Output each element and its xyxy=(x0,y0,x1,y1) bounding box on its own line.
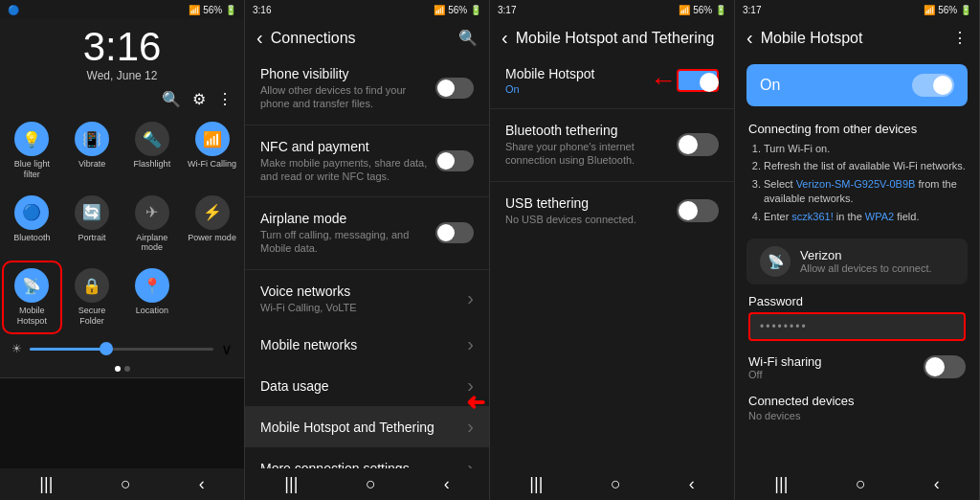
brightness-thumb[interactable] xyxy=(100,342,113,355)
mobile-hotspot-item[interactable]: Mobile Hotspot On xyxy=(490,57,734,104)
mobile-networks-item[interactable]: Mobile networks xyxy=(245,324,489,365)
bt-tethering-toggle[interactable] xyxy=(677,133,719,156)
voice-networks-item[interactable]: Voice networks Wi-Fi Calling, VoLTE xyxy=(245,274,489,324)
divider-2 xyxy=(245,196,489,197)
tile-blue-light[interactable]: 💡 Blue light filter xyxy=(4,116,60,186)
expand-icon[interactable]: ∨ xyxy=(221,340,233,358)
dot-1[interactable] xyxy=(115,366,121,372)
recent-btn-4[interactable]: ||| xyxy=(774,474,788,494)
tile-power-mode[interactable]: ⚡ Power mode xyxy=(184,190,240,260)
arrow-indicator-2: ➜ xyxy=(466,389,485,416)
search-icon[interactable]: 🔍 xyxy=(162,90,181,108)
home-btn[interactable]: ○ xyxy=(121,474,131,494)
phone-visibility-subtitle: Allow other devices to find your phone a… xyxy=(260,83,435,111)
airplane-item[interactable]: Airplane mode Turn off calling, messagin… xyxy=(245,201,489,265)
back-btn-nav-4[interactable]: ‹ xyxy=(934,474,940,494)
tile-wifi-calling[interactable]: 📶 Wi-Fi Calling xyxy=(184,116,240,186)
connected-devices-section: Connected devices No devices xyxy=(735,388,979,427)
hotspot-tethering-item[interactable]: Mobile Hotspot and Tethering xyxy=(245,406,489,447)
status-bar-1: 🔵 📶 56% 🔋 xyxy=(0,0,244,19)
password-label: Password xyxy=(748,294,966,308)
back-btn-nav-3[interactable]: ‹ xyxy=(689,474,695,494)
quick-settings-panel: 🔵 📶 56% 🔋 3:16 Wed, June 12 🔍 ⚙ ⋮ 💡 Blue… xyxy=(0,0,245,500)
more-icon[interactable]: ⋮ xyxy=(217,90,233,108)
connections-title: Connections xyxy=(271,30,451,47)
mobile-hotspot-icon: 📡 xyxy=(14,268,49,303)
wifi-sharing-text: Wi-Fi sharing Off xyxy=(748,354,924,380)
mobile-hotspot-panel: 3:17 📶 56% 🔋 ‹ Mobile Hotspot ⋮ On Conne… xyxy=(735,0,980,500)
tile-flashlight[interactable]: 🔦 Flashlight xyxy=(124,116,181,186)
usb-tethering-text: USB tethering No USB devices connected. xyxy=(505,195,677,226)
nfc-toggle[interactable] xyxy=(435,150,474,171)
tile-location[interactable]: 📍 Location xyxy=(124,262,181,332)
recent-btn-3[interactable]: ||| xyxy=(529,474,543,494)
tile-secure-folder[interactable]: 🔒 Secure Folder xyxy=(64,262,121,332)
home-btn-2[interactable]: ○ xyxy=(366,474,376,494)
wifi-sharing-row[interactable]: Wi-Fi sharing Off xyxy=(735,347,979,388)
tile-portrait[interactable]: 🔄 Portrait xyxy=(64,190,121,260)
password-section: Password •••••••• xyxy=(735,288,979,347)
clock: 3:16 xyxy=(0,27,244,67)
date: Wed, June 12 xyxy=(0,69,244,82)
tile-bluetooth[interactable]: 🔵 Bluetooth xyxy=(4,190,60,260)
back-btn[interactable]: ‹ xyxy=(199,474,205,494)
wifi-sharing-toggle[interactable] xyxy=(924,355,966,378)
brightness-row: ☀ ∨ xyxy=(0,336,244,362)
back-button-4[interactable]: ‹ xyxy=(746,27,753,49)
tile-flashlight-label: Flashlight xyxy=(134,159,171,170)
recent-btn-2[interactable]: ||| xyxy=(284,474,298,494)
tile-wifi-calling-label: Wi-Fi Calling xyxy=(188,159,236,170)
bluetooth-tethering-item[interactable]: Bluetooth tethering Share your phone's i… xyxy=(490,113,734,177)
brightness-track[interactable] xyxy=(30,348,213,351)
bt-tethering-title: Bluetooth tethering xyxy=(505,123,677,138)
more-button-4[interactable]: ⋮ xyxy=(952,29,968,47)
tile-vibrate[interactable]: 📳 Vibrate xyxy=(64,116,121,186)
tile-airplane[interactable]: ✈ Airplane mode xyxy=(124,190,181,260)
device-icon: 📡 xyxy=(760,246,791,277)
usb-tethering-item[interactable]: USB tethering No USB devices connected. xyxy=(490,186,734,236)
tile-vibrate-label: Vibrate xyxy=(78,159,105,170)
nfc-subtitle: Make mobile payments, share data, and re… xyxy=(260,156,435,184)
phone-visibility-text: Phone visibility Allow other devices to … xyxy=(260,66,435,111)
mobile-hotspot-header: ‹ Mobile Hotspot ⋮ xyxy=(735,19,979,57)
voice-networks-subtitle: Wi-Fi Calling, VoLTE xyxy=(260,301,459,314)
usb-tethering-toggle[interactable] xyxy=(677,199,719,222)
instructions-list: Turn Wi-Fi on. Refresh the list of avail… xyxy=(748,142,966,224)
connected-devices-title: Connected devices xyxy=(748,394,966,408)
data-usage-item[interactable]: Data usage xyxy=(245,365,489,406)
tile-bluetooth-label: Bluetooth xyxy=(13,233,50,243)
hotspot-tethering-panel: 3:17 📶 56% 🔋 ‹ Mobile Hotspot and Tether… xyxy=(490,0,735,500)
tile-portrait-label: Portrait xyxy=(78,233,106,243)
phone-visibility-item[interactable]: Phone visibility Allow other devices to … xyxy=(245,57,489,121)
tile-airplane-label: Airplane mode xyxy=(126,233,179,254)
more-connection-title: More connection settings xyxy=(260,461,459,468)
search-button-2[interactable]: 🔍 xyxy=(458,29,478,47)
airplane-toggle[interactable] xyxy=(435,222,474,243)
phone-visibility-toggle[interactable] xyxy=(435,78,474,99)
tile-mobile-hotspot[interactable]: 📡 Mobile Hotspot xyxy=(4,262,60,332)
more-connection-item[interactable]: More connection settings xyxy=(245,447,489,468)
recent-btn[interactable]: ||| xyxy=(39,474,53,494)
on-toggle[interactable] xyxy=(912,74,954,97)
back-btn-nav-2[interactable]: ‹ xyxy=(444,474,450,494)
brightness-fill xyxy=(30,348,103,351)
verizon-device-row: 📡 Verizon Allow all devices to connect. xyxy=(746,239,968,284)
divider-1 xyxy=(245,125,489,125)
bt-tethering-text: Bluetooth tethering Share your phone's i… xyxy=(505,123,677,168)
nfc-item[interactable]: NFC and payment Make mobile payments, sh… xyxy=(245,129,489,193)
mobile-networks-text: Mobile networks xyxy=(260,337,459,352)
nav-bar-4: ||| ○ ‹ xyxy=(735,468,979,500)
instruction-3: Select Verizon-SM-G925V-0B9B from the av… xyxy=(764,177,966,207)
dot-2[interactable] xyxy=(124,366,130,372)
home-btn-4[interactable]: ○ xyxy=(856,474,866,494)
settings-icon[interactable]: ⚙ xyxy=(192,90,206,108)
voice-networks-title: Voice networks xyxy=(260,284,459,299)
time-2: 3:16 xyxy=(253,5,271,15)
status-bar-2: 3:16 📶 56% 🔋 xyxy=(245,0,489,19)
status-bar-3: 3:17 📶 56% 🔋 xyxy=(490,0,734,19)
hotspot-toggle[interactable] xyxy=(677,69,719,92)
back-button-3[interactable]: ‹ xyxy=(501,27,508,49)
back-button-2[interactable]: ‹ xyxy=(256,27,263,49)
home-btn-3[interactable]: ○ xyxy=(611,474,621,494)
instruction-2: Refresh the list of available Wi-Fi netw… xyxy=(764,159,966,173)
